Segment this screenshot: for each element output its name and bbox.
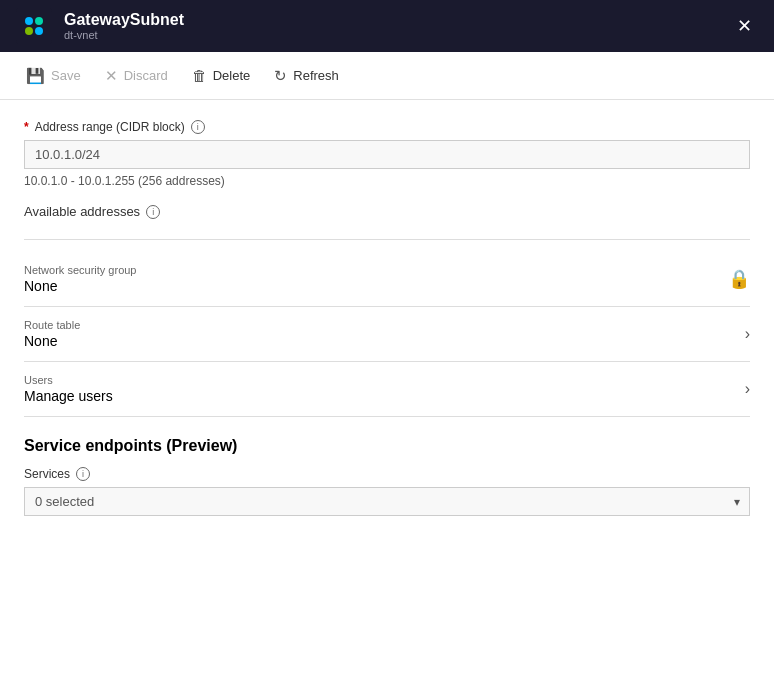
users-right: › — [745, 380, 750, 398]
users-content: Users Manage users — [24, 374, 113, 404]
close-button[interactable]: ✕ — [731, 13, 758, 39]
nsg-right: 🔒 — [728, 268, 750, 290]
window-title: GatewaySubnet — [64, 10, 184, 29]
nsg-value: None — [24, 278, 137, 294]
toolbar: 💾 Save ✕ Discard 🗑 Delete ↻ Refresh — [0, 52, 774, 100]
services-label: Services — [24, 467, 70, 481]
discard-button[interactable]: ✕ Discard — [95, 61, 178, 91]
route-content: Route table None — [24, 319, 80, 349]
discard-icon: ✕ — [105, 67, 118, 85]
nsg-row[interactable]: Network security group None 🔒 — [24, 252, 750, 307]
users-sublabel: Users — [24, 374, 113, 386]
users-chevron-icon: › — [745, 380, 750, 398]
save-icon: 💾 — [26, 67, 45, 85]
services-info-icon[interactable]: i — [76, 467, 90, 481]
services-label-row: Services i — [24, 467, 750, 481]
available-addresses-info-icon[interactable]: i — [146, 205, 160, 219]
route-table-row[interactable]: Route table None › — [24, 307, 750, 362]
available-addresses-row: Available addresses i — [24, 204, 750, 219]
save-label: Save — [51, 68, 81, 83]
required-indicator: * — [24, 120, 29, 134]
content-area: * Address range (CIDR block) i 10.0.1.0 … — [0, 100, 774, 677]
nsg-sublabel: Network security group — [24, 264, 137, 276]
service-endpoints-heading: Service endpoints (Preview) — [24, 437, 750, 455]
users-value: Manage users — [24, 388, 113, 404]
refresh-button[interactable]: ↻ Refresh — [264, 61, 349, 91]
users-row[interactable]: Users Manage users › — [24, 362, 750, 417]
route-chevron-icon: › — [745, 325, 750, 343]
route-right: › — [745, 325, 750, 343]
window-subtitle: dt-vnet — [64, 29, 184, 42]
address-range-label: Address range (CIDR block) — [35, 120, 185, 134]
services-dropdown-wrapper: 0 selected ▾ — [24, 487, 750, 516]
route-sublabel: Route table — [24, 319, 80, 331]
save-button[interactable]: 💾 Save — [16, 61, 91, 91]
delete-label: Delete — [213, 68, 251, 83]
address-range-label-row: * Address range (CIDR block) i — [24, 120, 750, 134]
main-window: GatewaySubnet dt-vnet ✕ 💾 Save ✕ Discard… — [0, 0, 774, 677]
services-dropdown[interactable]: 0 selected — [24, 487, 750, 516]
address-range-field: * Address range (CIDR block) i 10.0.1.0 … — [24, 120, 750, 188]
nsg-content: Network security group None — [24, 264, 137, 294]
logo-dot-blue2 — [35, 27, 43, 35]
delete-button[interactable]: 🗑 Delete — [182, 61, 261, 90]
logo-dots — [25, 17, 43, 35]
title-bar-left: GatewaySubnet dt-vnet — [16, 8, 184, 44]
refresh-icon: ↻ — [274, 67, 287, 85]
available-addresses-label: Available addresses — [24, 204, 140, 219]
discard-label: Discard — [124, 68, 168, 83]
logo-dot-green — [25, 27, 33, 35]
address-range-hint: 10.0.1.0 - 10.0.1.255 (256 addresses) — [24, 174, 750, 188]
refresh-label: Refresh — [293, 68, 339, 83]
address-range-input[interactable] — [24, 140, 750, 169]
app-logo — [16, 8, 52, 44]
route-value: None — [24, 333, 80, 349]
logo-dot-teal — [35, 17, 43, 25]
delete-icon: 🗑 — [192, 67, 207, 84]
title-bar: GatewaySubnet dt-vnet ✕ — [0, 0, 774, 52]
logo-dot-blue — [25, 17, 33, 25]
section-divider-1 — [24, 239, 750, 240]
lock-icon: 🔒 — [728, 268, 750, 290]
address-range-info-icon[interactable]: i — [191, 120, 205, 134]
title-text-group: GatewaySubnet dt-vnet — [64, 10, 184, 42]
